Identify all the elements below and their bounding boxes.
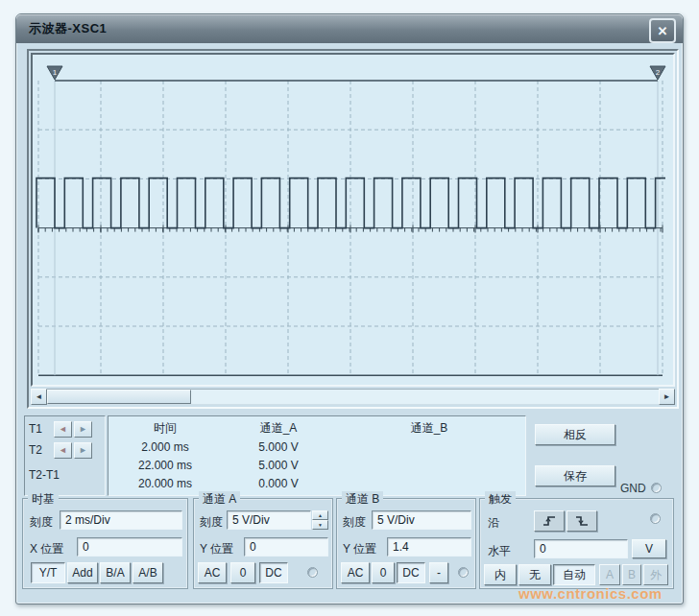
channel-b-dc-label: DC <box>402 566 419 580</box>
channel-b-scale-value: 5 V/Div <box>377 513 415 527</box>
channel-a-group-title: 通道 A <box>199 491 240 508</box>
reverse-button[interactable]: 相反 <box>535 424 615 445</box>
window-titlebar[interactable]: 示波器-XSC1 ✕ <box>16 14 683 43</box>
channel-b-minus-button[interactable]: - <box>429 562 448 583</box>
header-time: 时间 <box>108 420 222 437</box>
channel-b-ac-label: AC <box>348 566 364 580</box>
timebase-mode-ba-button[interactable]: B/A <box>100 562 131 583</box>
timebase-group-title: 时基 <box>28 491 59 508</box>
t1-time-value: 2.000 ms <box>108 440 222 454</box>
trigger-level-unit-box: V <box>632 539 666 558</box>
trigger-edge-connector[interactable] <box>650 513 661 524</box>
timebase-mode-add-button[interactable]: Add <box>67 562 98 583</box>
channel-a-ac-label: AC <box>205 566 221 580</box>
channel-a-scale-value: 5 V/Div <box>232 513 270 527</box>
channel-a-scale-spinner: ▲ ▼ <box>312 510 328 530</box>
channel-a-ac-button[interactable]: AC <box>198 562 227 583</box>
reverse-button-label: 相反 <box>564 427 587 443</box>
channel-a-dc-button[interactable]: DC <box>259 562 288 583</box>
trigger-level-unit: V <box>645 542 653 556</box>
t1-left-arrow-icon: ◄ <box>59 425 67 434</box>
spin-up-button[interactable]: ▲ <box>312 510 328 520</box>
measurement-header-row: 时间 通道_A 通道_B <box>108 419 525 438</box>
t2-right-button[interactable]: ► <box>74 442 92 459</box>
t2-left-arrow-icon: ◄ <box>59 446 67 455</box>
desktop-background: 示波器-XSC1 ✕ 12 ◄ ► <box>0 0 699 616</box>
scrollbar-track[interactable] <box>47 389 659 405</box>
table-row-t2: 22.000 ms 5.000 V <box>108 456 525 474</box>
t1-left-button[interactable]: ◄ <box>54 421 72 438</box>
trigger-group-title: 触发 <box>485 491 516 508</box>
falling-edge-icon <box>574 514 590 528</box>
trigger-level-input[interactable]: 0 <box>534 539 628 558</box>
save-button-label: 保存 <box>564 468 587 485</box>
cursor-control-box: T1 ◄ ► T2 ◄ ► T2-T1 <box>24 415 106 496</box>
trigger-falling-edge-button[interactable] <box>566 510 597 532</box>
trigger-edge-label: 沿 <box>488 515 499 532</box>
trigger-b-button[interactable]: B <box>622 564 641 585</box>
cursor-t2-label: T2 <box>29 443 54 457</box>
timebase-xpos-input[interactable]: 0 <box>77 537 182 557</box>
yt-button-label: Y/T <box>39 566 58 580</box>
scroll-right-icon: ► <box>663 392 671 401</box>
close-icon: ✕ <box>658 24 668 38</box>
channel-b-ypos-input[interactable]: 1.4 <box>387 537 471 557</box>
trigger-rising-edge-button[interactable] <box>534 510 565 532</box>
header-channel-a: 通道_A <box>222 420 335 437</box>
channel-b-scale-input[interactable]: 5 V/Div <box>372 510 471 530</box>
channel-b-zero-button[interactable]: 0 <box>372 562 395 583</box>
scroll-left-button[interactable]: ◄ <box>31 389 47 405</box>
channel-a-ypos-input[interactable]: 0 <box>244 537 328 557</box>
channel-b-connector[interactable] <box>458 567 469 578</box>
channel-a-dc-label: DC <box>265 566 281 580</box>
oscilloscope-window: 示波器-XSC1 ✕ 12 ◄ ► <box>15 13 684 604</box>
gnd-connector[interactable] <box>651 483 662 493</box>
channel-b-ac-button[interactable]: AC <box>341 562 370 583</box>
channel-b-dc-button[interactable]: DC <box>397 562 425 583</box>
delta-time-value: 20.000 ms <box>108 477 222 490</box>
save-button[interactable]: 保存 <box>535 465 615 486</box>
channel-a-group: 通道 A 刻度 5 V/Div ▲ ▼ Y 位置 0 AC 0 DC <box>193 498 333 589</box>
timebase-scale-input[interactable]: 2 ms/Div <box>60 510 182 530</box>
window-title: 示波器-XSC1 <box>29 20 107 37</box>
channel-a-scale-input[interactable]: 5 V/Div <box>227 510 311 530</box>
t2-channel-a-value: 5.000 V <box>222 459 335 472</box>
table-row-t1: 2.000 ms 5.000 V <box>108 438 525 456</box>
trigger-a-button[interactable]: A <box>599 564 620 585</box>
trigger-level-label: 水平 <box>488 543 511 559</box>
timebase-group: 时基 刻度 2 ms/Div X 位置 0 Y/T Add B/A A/B <box>22 498 188 589</box>
cursor-t1-label: T1 <box>29 422 54 436</box>
channel-a-ypos-value: 0 <box>250 540 256 554</box>
t2-left-button[interactable]: ◄ <box>54 442 72 459</box>
trigger-external-label: 外 <box>650 567 662 583</box>
timebase-mode-yt-button[interactable]: Y/T <box>31 562 65 583</box>
scrollbar-thumb[interactable] <box>47 390 191 404</box>
ab-button-label: A/B <box>138 566 157 580</box>
channel-a-ypos-label: Y 位置 <box>200 541 233 557</box>
scroll-right-button[interactable]: ► <box>659 389 675 405</box>
trigger-auto-button[interactable]: 自动 <box>553 564 595 585</box>
trigger-group: 触发 沿 水平 0 V 内 无 <box>479 498 674 589</box>
trigger-external-button[interactable]: 外 <box>643 564 668 585</box>
horizontal-scrollbar[interactable]: ◄ ► <box>31 389 675 405</box>
channel-a-zero-button[interactable]: 0 <box>230 562 255 583</box>
trigger-internal-button[interactable]: 内 <box>484 564 517 585</box>
t1-right-button[interactable]: ► <box>74 421 92 438</box>
spin-down-icon: ▼ <box>318 523 323 528</box>
timebase-scale-value: 2 ms/Div <box>65 513 110 527</box>
channel-a-zero-label: 0 <box>240 566 247 580</box>
waveform-plot: 12 <box>33 55 669 385</box>
trigger-none-label: 无 <box>529 567 541 583</box>
svg-text:1: 1 <box>53 68 58 77</box>
gnd-label: GND <box>620 482 646 495</box>
close-button[interactable]: ✕ <box>649 18 676 43</box>
svg-text:2: 2 <box>656 68 661 77</box>
trigger-internal-label: 内 <box>494 567 506 583</box>
channel-b-ypos-label: Y 位置 <box>343 541 376 557</box>
spin-down-button[interactable]: ▼ <box>312 520 328 530</box>
t2-right-arrow-icon: ► <box>79 446 87 455</box>
timebase-scale-label: 刻度 <box>30 514 53 531</box>
trigger-none-button[interactable]: 无 <box>518 564 551 585</box>
timebase-mode-ab-button[interactable]: A/B <box>133 562 163 583</box>
channel-a-connector[interactable] <box>307 567 318 578</box>
